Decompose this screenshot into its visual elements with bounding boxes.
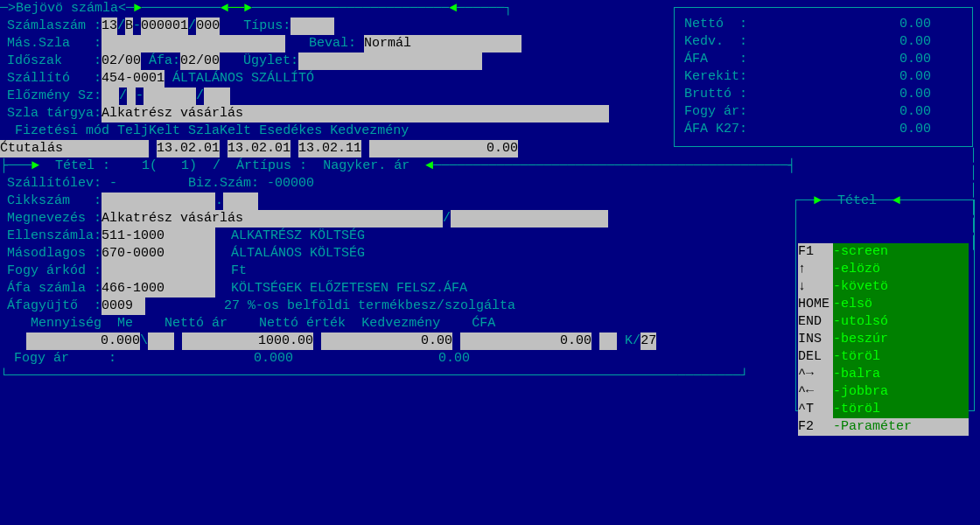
szamlaszam-field[interactable]: 13	[102, 18, 117, 35]
e2[interactable]	[127, 88, 136, 105]
esed-field[interactable]: 13.02.11	[298, 140, 361, 158]
ugylet-field[interactable]	[298, 52, 482, 70]
nert-field[interactable]: 0.00	[321, 332, 452, 350]
bottom-border: └───────────────────────────────────────…	[0, 368, 748, 385]
e3[interactable]	[144, 88, 196, 105]
sz4[interactable]: 000	[196, 18, 220, 35]
idoszak-label: Időszak :	[7, 53, 102, 68]
fogyar-label: Fogy ár :	[14, 351, 116, 366]
bizszam-val: -00000	[267, 176, 314, 191]
fogyarkod-label: Fogy árkód :	[7, 263, 102, 278]
help-desc: -töröl	[833, 401, 969, 418]
megn-label: Megnevezés :	[7, 211, 102, 226]
me-f[interactable]	[148, 332, 174, 350]
help-desc: -jobbra	[833, 383, 969, 401]
e4[interactable]	[204, 88, 230, 105]
masszla-field[interactable]	[102, 35, 285, 52]
kedv-field[interactable]: 0.00	[369, 140, 518, 158]
far1: 0.000	[179, 350, 293, 368]
nar-field[interactable]: 1000.00	[182, 332, 313, 350]
tipus-field[interactable]	[290, 18, 334, 35]
tetel-header: ├───► Tétel : 1( 1) / Ártípus : Nagyker.…	[0, 158, 795, 175]
blank[interactable]	[599, 332, 617, 350]
help-desc: -követö	[833, 278, 969, 296]
cikkszam-label: Cikkszám :	[7, 193, 102, 208]
cikkszam-field[interactable]	[102, 192, 215, 210]
help-row: INS-beszúr	[798, 331, 970, 348]
ft-label: Ft	[231, 263, 247, 278]
help-row: END-utolsó	[798, 313, 970, 331]
szamlaszam-label: Számlaszám :	[7, 18, 102, 33]
help-key: ↓	[798, 278, 833, 296]
total-kedv: Kedv. :0.00	[684, 33, 931, 51]
menny-field[interactable]: 0.000	[26, 332, 140, 350]
elozmeny-label: Előzmény Sz:	[7, 88, 102, 103]
help-key: ^←	[798, 383, 833, 401]
help-title: ► Tétel ◄	[814, 192, 900, 210]
help-row: F1-screen	[798, 243, 970, 261]
help-key: DEL	[798, 348, 833, 366]
afasz-field[interactable]: 466-1000	[102, 280, 215, 298]
targy-label: Szla tárgya:	[7, 106, 102, 121]
afagy-nev: 27 %-os belföldi termékbesz/szolgálta	[224, 298, 515, 313]
total-netto: Nettó :0.00	[684, 16, 931, 33]
help-row: HOME-elsö	[798, 296, 970, 313]
fizmod-field[interactable]: Ćtutalás	[0, 140, 149, 158]
help-key: F1	[798, 243, 833, 261]
help-row: ^←-jobbra	[798, 383, 970, 401]
help-row: F2-Paraméter	[798, 418, 970, 436]
cikk2[interactable]	[223, 192, 258, 210]
help-key: F2	[798, 418, 833, 436]
afagy-field[interactable]: 0009	[102, 298, 145, 315]
fogyarkod-field[interactable]	[102, 262, 215, 280]
afa27-field[interactable]: 27	[640, 332, 656, 350]
ell-nev: ALKATRÉSZ KÖLTSÉG	[231, 228, 365, 243]
telj-field[interactable]: 13.02.01	[157, 140, 220, 158]
e1[interactable]	[102, 88, 119, 105]
total-afa: ÁFA :0.00	[684, 51, 931, 68]
title-bar: ─>Bejövö számla<─►──────────◄──►────────…	[0, 0, 512, 18]
ell-field[interactable]: 511-1000	[102, 228, 215, 245]
idoszak-field[interactable]: 02/00	[102, 52, 141, 70]
payment-header: Fizetési mód TeljKelt SzlaKelt Esedékes …	[7, 122, 409, 140]
help-key: INS	[798, 331, 833, 348]
help-desc: -Paraméter	[833, 418, 969, 436]
megn2[interactable]	[451, 210, 608, 228]
help-row: DEL-töröl	[798, 348, 970, 366]
ugylet-label: Ügylet:	[243, 53, 298, 68]
sz2[interactable]: B	[125, 18, 133, 35]
targy-field[interactable]: Alkatrész vásárlás	[102, 105, 609, 122]
help-desc: -elsö	[833, 296, 969, 313]
beval-field[interactable]: Normál	[364, 35, 522, 52]
megn-field[interactable]: Alkatrész vásárlás	[102, 210, 443, 228]
total-brutto: Bruttó :0.00	[684, 86, 931, 103]
far2: 0.00	[356, 350, 470, 368]
total-kerekit: Kerekit:0.00	[684, 68, 931, 86]
afasz-nev: KÖLTSÉGEK ELŐZETESEN FELSZ.ÁFA	[231, 281, 467, 296]
kedv2-field[interactable]: 0.00	[460, 332, 592, 350]
bizszam-label: Biz.Szám:	[188, 176, 259, 191]
help-desc: -beszúr	[833, 331, 969, 348]
szlak-field[interactable]: 13.02.01	[228, 140, 290, 158]
beval-label: Beval:	[309, 36, 356, 51]
afa-field[interactable]: 02/00	[180, 52, 220, 70]
help-body: F1-screen↑-elözö↓-követöHOME-elsöEND-uto…	[798, 208, 970, 453]
help-key: ↑	[798, 261, 833, 278]
sz3[interactable]: 000001	[141, 18, 188, 35]
help-desc: -balra	[833, 366, 969, 383]
szallito-nev: ÁLTALÁNOS SZÁLLÍTÓ	[172, 71, 314, 86]
tipus-label: Típus:	[243, 18, 290, 33]
help-desc: -screen	[833, 243, 969, 261]
help-row: ^T-töröl	[798, 401, 970, 418]
mas-field[interactable]: 670-0000	[102, 245, 215, 262]
szallitolev-val: -	[109, 176, 117, 191]
afasz-label: Áfa számla :	[7, 281, 102, 296]
help-row: ↑-elözö	[798, 261, 970, 278]
help-desc: -töröl	[833, 348, 969, 366]
help-row: ^→-balra	[798, 366, 970, 383]
total-afak: ÁFA K27:0.00	[684, 121, 931, 138]
help-desc: -elözö	[833, 261, 969, 278]
help-key: END	[798, 313, 833, 331]
total-fogy: Fogy ár:0.00	[684, 103, 931, 121]
szallito-kod[interactable]: 454-0001	[102, 70, 164, 88]
